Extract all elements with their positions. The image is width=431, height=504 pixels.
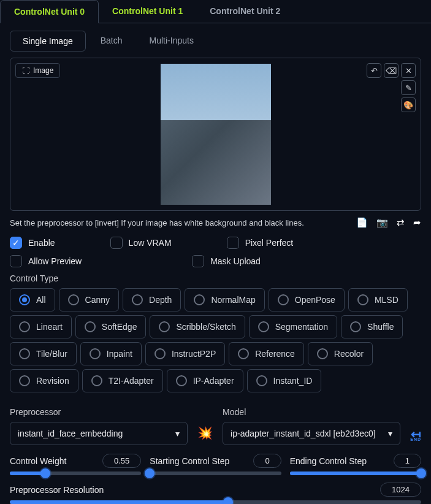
clear-icon[interactable]: ⌫ <box>384 63 399 78</box>
control-type-tile-blur[interactable]: Tile/Blur <box>10 342 77 365</box>
tab-single-image[interactable]: Single Image <box>10 31 86 52</box>
control-weight-label: Control Weight <box>10 456 66 466</box>
radio-icon <box>194 294 205 305</box>
control-type-label: OpenPose <box>295 295 335 305</box>
model-select[interactable]: ip-adapter_instant_id_sdxl [eb2d3ec0] ▾ <box>223 422 400 445</box>
radio-icon <box>317 348 328 359</box>
start-step-label: Starting Control Step <box>150 456 229 466</box>
control-type-canny[interactable]: Canny <box>59 288 119 311</box>
radio-icon <box>85 321 96 332</box>
control-type-depth[interactable]: Depth <box>123 288 181 311</box>
radio-icon <box>19 375 30 386</box>
run-preprocessor-button[interactable]: 💥 <box>197 426 213 445</box>
tab-multi-inputs[interactable]: Multi-Inputs <box>137 31 206 52</box>
allow-preview-checkbox[interactable]: Allow Preview <box>10 255 82 267</box>
control-type-label: Instant_ID <box>273 376 313 386</box>
tab-unit-2[interactable]: ControlNet Unit 2 <box>196 0 294 23</box>
resolution-slider[interactable] <box>10 500 421 504</box>
control-weight-value[interactable]: 0.55 <box>102 454 141 468</box>
tab-unit-0[interactable]: ControlNet Unit 0 <box>0 0 99 23</box>
tab-unit-1[interactable]: ControlNet Unit 1 <box>99 0 196 23</box>
send-icon[interactable]: ➦ <box>413 217 421 228</box>
undo-icon[interactable]: ↶ <box>367 63 381 78</box>
preprocessor-select[interactable]: instant_id_face_embedding ▾ <box>10 422 188 445</box>
radio-icon <box>68 294 79 305</box>
palette-icon[interactable]: 🎨 <box>401 97 416 112</box>
control-type-softedge[interactable]: SoftEdge <box>75 315 147 338</box>
preprocessor-hint: Set the preprocessor to [invert] If your… <box>10 218 304 227</box>
radio-icon <box>154 348 166 359</box>
controlnet-unit-tabs: ControlNet Unit 0 ControlNet Unit 1 Cont… <box>0 0 431 23</box>
new-canvas-icon[interactable]: 📄 <box>356 217 368 228</box>
control-type-revision[interactable]: Revision <box>10 369 78 392</box>
control-type-label: IP-Adapter <box>193 376 234 386</box>
control-type-label: Lineart <box>36 322 63 332</box>
checkbox-icon <box>227 237 239 249</box>
webcam-icon[interactable]: 📷 <box>376 217 388 228</box>
radio-icon <box>357 294 368 305</box>
input-mode-tabs: Single Image Batch Multi-Inputs <box>10 31 421 52</box>
control-type-ip-adapter[interactable]: IP-Adapter <box>167 369 243 392</box>
control-type-mlsd[interactable]: MLSD <box>348 288 408 311</box>
radio-icon <box>278 294 289 305</box>
control-type-label: Control Type <box>10 273 421 283</box>
end-step-slider[interactable] <box>290 472 421 475</box>
control-type-label: Reference <box>255 349 295 359</box>
radio-icon <box>176 375 187 386</box>
radio-icon <box>256 375 267 386</box>
control-type-scribble-sketch[interactable]: Scribble/Sketch <box>150 315 245 338</box>
control-type-label: InstructP2P <box>172 349 216 359</box>
model-value: ip-adapter_instant_id_sdxl [eb2d3ec0] <box>231 429 376 438</box>
control-type-segmentation[interactable]: Segmentation <box>249 315 337 338</box>
control-type-label: NormalMap <box>211 295 255 305</box>
control-type-label: Tile/Blur <box>36 349 67 359</box>
end-step-label: Ending Control Step <box>290 456 367 466</box>
radio-icon <box>19 321 30 332</box>
control-type-reference[interactable]: Reference <box>229 342 304 365</box>
resolution-value[interactable]: 1024 <box>380 483 421 497</box>
control-type-label: Scribble/Sketch <box>176 322 235 332</box>
enable-checkbox[interactable]: ✓ Enable <box>10 237 55 249</box>
tab-batch[interactable]: Batch <box>88 31 135 52</box>
start-step-slider[interactable] <box>150 472 281 475</box>
control-type-inpaint[interactable]: Inpaint <box>80 342 142 365</box>
control-type-label: Canny <box>85 295 110 305</box>
control-type-instructp2p[interactable]: InstructP2P <box>145 342 225 365</box>
chevron-down-icon: ▾ <box>175 429 180 438</box>
radio-icon <box>90 348 101 359</box>
chevron-down-icon: ▾ <box>388 429 392 438</box>
control-type-all[interactable]: All <box>10 288 55 311</box>
draw-icon[interactable]: ✎ <box>401 80 416 95</box>
control-type-openpose[interactable]: OpenPose <box>269 288 345 311</box>
radio-icon <box>19 294 30 305</box>
control-type-label: Depth <box>149 295 172 305</box>
radio-icon <box>258 321 269 332</box>
mask-upload-checkbox[interactable]: Mask Upload <box>192 255 261 267</box>
radio-icon <box>91 375 102 386</box>
image-chip-label: Image <box>33 66 53 75</box>
pixel-perfect-checkbox[interactable]: Pixel Perfect <box>227 237 294 249</box>
radio-icon <box>159 321 170 332</box>
control-type-recolor[interactable]: Recolor <box>308 342 373 365</box>
refresh-models-button[interactable]: ↤END <box>410 430 421 445</box>
control-type-t2i-adapter[interactable]: T2I-Adapter <box>82 369 163 392</box>
start-step-value[interactable]: 0 <box>253 454 281 468</box>
end-step-value[interactable]: 1 <box>394 454 421 468</box>
allow-preview-label: Allow Preview <box>28 256 82 266</box>
close-icon[interactable]: ✕ <box>401 63 416 78</box>
image-drop-area[interactable]: ⛶ Image ↶ ⌫ ✕ ✎ 🎨 <box>10 58 421 211</box>
control-type-lineart[interactable]: Lineart <box>10 315 72 338</box>
control-type-shuffle[interactable]: Shuffle <box>341 315 403 338</box>
low-vram-checkbox[interactable]: Low VRAM <box>110 237 172 249</box>
control-weight-slider[interactable] <box>10 472 141 475</box>
control-type-normalmap[interactable]: NormalMap <box>185 288 264 311</box>
swap-icon[interactable]: ⇄ <box>397 217 405 228</box>
control-type-label: SoftEdge <box>102 322 137 332</box>
control-type-label: T2I-Adapter <box>109 376 154 386</box>
image-chip[interactable]: ⛶ Image <box>15 63 60 78</box>
resolution-label: Preprocessor Resolution <box>10 485 104 495</box>
image-icon: ⛶ <box>22 66 29 75</box>
mask-upload-label: Mask Upload <box>210 256 261 266</box>
control-type-instant-id[interactable]: Instant_ID <box>247 369 322 392</box>
control-type-label: All <box>36 295 46 305</box>
